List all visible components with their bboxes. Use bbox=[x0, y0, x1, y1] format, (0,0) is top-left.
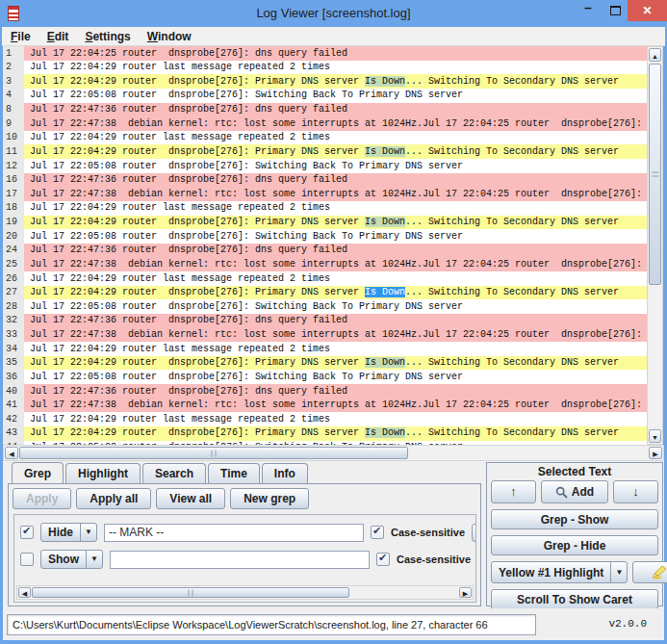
log-line[interactable]: 36Jul 17 22:05:08 router dnsprobe[276]: … bbox=[3, 370, 647, 384]
tab-info[interactable]: Info bbox=[262, 463, 308, 483]
find-next-button[interactable]: ↓ bbox=[613, 480, 658, 503]
log-text-segment: Jul 17 22:05:08 router dnsprobe[276]: Sw… bbox=[30, 90, 463, 100]
log-line-text: Jul 17 22:47:38 debian kernel: rtc: lost… bbox=[24, 116, 647, 131]
grep-pattern-input[interactable] bbox=[104, 524, 364, 542]
log-text-segment: ... Switching To Secondary DNS server bbox=[405, 76, 619, 87]
log-text-segment: Jul 17 22:04:29 router last message repe… bbox=[30, 202, 330, 213]
tab-strip: Grep Highlight Search Time Info bbox=[8, 463, 481, 483]
log-line[interactable]: 24Jul 17 22:47:36 router dnsprobe[276]: … bbox=[3, 244, 647, 258]
log-line[interactable]: 10Jul 17 22:04:29 router last message re… bbox=[3, 131, 647, 145]
log-line[interactable]: 19Jul 17 22:04:29 router dnsprobe[276]: … bbox=[3, 216, 647, 230]
case-sensitive-label: Case-sensitive bbox=[391, 527, 465, 538]
grep-show-button[interactable]: Grep - Show bbox=[491, 509, 658, 529]
grep-hide-button[interactable]: Grep - Hide bbox=[491, 535, 658, 555]
scroll-down-arrow-icon[interactable]: ▼ bbox=[649, 429, 661, 443]
log-lines[interactable]: 1Jul 17 22:04:25 router dnsprobe[276]: d… bbox=[3, 46, 647, 445]
log-line[interactable]: 25Jul 17 22:47:38 debian kernel: rtc: lo… bbox=[3, 257, 647, 271]
tab-time[interactable]: Time bbox=[208, 463, 260, 483]
log-line[interactable]: 40Jul 17 22:47:36 router dnsprobe[276]: … bbox=[3, 384, 647, 399]
log-line-text: Jul 17 22:47:38 debian kernel: rtc: lost… bbox=[24, 187, 647, 201]
grep-rule-row: Show ▼ Case-sensitive | ( bbox=[20, 550, 475, 569]
tab-grep[interactable]: Grep bbox=[12, 462, 64, 483]
apply-highlight-button[interactable] bbox=[632, 561, 667, 583]
log-line[interactable]: 27Jul 17 22:04:29 router dnsprobe[276]: … bbox=[3, 286, 647, 300]
search-match-highlight: Is Down bbox=[365, 357, 405, 368]
log-line[interactable]: 12Jul 17 22:05:08 router dnsprobe[276]: … bbox=[3, 159, 647, 173]
log-line[interactable]: 42Jul 17 22:04:29 router last message re… bbox=[3, 412, 647, 426]
menu-window[interactable]: Window bbox=[147, 30, 192, 43]
log-text-segment: Jul 17 22:47:38 debian kernel: rtc: lost… bbox=[30, 399, 642, 410]
tab-search[interactable]: Search bbox=[142, 463, 206, 483]
line-number: 20 bbox=[3, 229, 24, 244]
log-line[interactable]: 4Jul 17 22:05:08 router dnsprobe[276]: S… bbox=[3, 89, 647, 103]
selected-text-panel: Selected Text ↑ Add ↓ Grep - Show Grep -… bbox=[486, 462, 663, 606]
log-text-segment: Jul 17 22:47:38 debian kernel: rtc: lost… bbox=[30, 329, 642, 340]
scroll-left-arrow-icon[interactable]: ◀ bbox=[5, 447, 18, 459]
line-number: 25 bbox=[3, 257, 24, 271]
log-line[interactable]: 34Jul 17 22:04:29 router last message re… bbox=[3, 342, 647, 356]
highlight-color-dropdown[interactable]: Yellow #1 Highlight ▼ bbox=[491, 561, 628, 583]
log-line[interactable]: 43Jul 17 22:04:29 router dnsprobe[276]: … bbox=[3, 426, 647, 441]
log-line[interactable]: 18Jul 17 22:04:29 router last message re… bbox=[3, 201, 647, 216]
menu-settings[interactable]: Settings bbox=[85, 30, 130, 43]
case-sensitive-checkbox[interactable] bbox=[376, 553, 390, 566]
log-line[interactable]: 8Jul 17 22:47:36 router dnsprobe[276]: d… bbox=[3, 103, 647, 117]
grep-mode-dropdown[interactable]: Hide ▼ bbox=[40, 523, 97, 542]
log-vertical-scrollbar: ▲ ▼ bbox=[647, 46, 663, 445]
log-line[interactable]: 3Jul 17 22:04:29 router dnsprobe[276]: P… bbox=[3, 74, 647, 89]
log-text-segment: Jul 17 22:04:29 router dnsprobe[276]: Pr… bbox=[30, 357, 365, 368]
log-line[interactable]: 16Jul 17 22:47:36 router dnsprobe[276]: … bbox=[3, 173, 647, 188]
log-line[interactable]: 2Jul 17 22:04:29 router last message rep… bbox=[3, 61, 647, 75]
log-line-text: Jul 17 22:47:38 debian kernel: rtc: lost… bbox=[24, 399, 647, 413]
log-line[interactable]: 9Jul 17 22:47:38 debian kernel: rtc: los… bbox=[3, 116, 647, 131]
thumb-grip bbox=[189, 589, 193, 596]
scroll-up-arrow-icon[interactable]: ▲ bbox=[649, 48, 661, 62]
line-number: 26 bbox=[3, 271, 24, 286]
scroll-right-arrow-icon[interactable]: ▶ bbox=[459, 587, 472, 598]
grep-enabled-checkbox[interactable] bbox=[20, 526, 34, 539]
scroll-left-arrow-icon[interactable]: ◀ bbox=[18, 587, 31, 598]
close-button[interactable]: ✕ bbox=[628, 0, 667, 21]
log-line-text: Jul 17 22:04:29 router dnsprobe[276]: Pr… bbox=[24, 426, 647, 441]
log-line[interactable]: 17Jul 17 22:47:38 debian kernel: rtc: lo… bbox=[3, 187, 647, 201]
add-selected-button[interactable]: Add bbox=[541, 480, 608, 503]
log-line-text: Jul 17 22:47:36 router dnsprobe[276]: dn… bbox=[24, 244, 647, 258]
titlebar[interactable]: Log Viewer [screenshot.log] – ✕ bbox=[0, 0, 667, 27]
grep-extra-button[interactable]: | ( bbox=[472, 524, 476, 542]
grep-pattern-input[interactable] bbox=[110, 551, 370, 569]
log-line-text: Jul 17 22:05:08 router dnsprobe[276]: Sw… bbox=[24, 370, 647, 384]
selected-text-header: Selected Text bbox=[491, 465, 658, 480]
statusbar: C:\Users\Kurt\Documents\Eclipse Workspac… bbox=[3, 608, 664, 640]
tab-highlight[interactable]: Highlight bbox=[65, 463, 141, 483]
grep-mode-dropdown[interactable]: Show ▼ bbox=[40, 550, 103, 569]
apply-all-button[interactable]: Apply all bbox=[76, 488, 151, 509]
log-line[interactable]: 33Jul 17 22:47:38 debian kernel: rtc: lo… bbox=[3, 328, 647, 343]
case-sensitive-checkbox[interactable] bbox=[371, 526, 384, 539]
horizontal-scroll-thumb[interactable] bbox=[32, 587, 349, 598]
grep-mode-value: Show bbox=[41, 551, 86, 568]
log-line[interactable]: 41Jul 17 22:47:38 debian kernel: rtc: lo… bbox=[3, 399, 647, 413]
maximize-icon bbox=[610, 6, 621, 15]
log-line[interactable]: 32Jul 17 22:47:36 router dnsprobe[276]: … bbox=[3, 314, 647, 328]
log-line[interactable]: 1Jul 17 22:04:25 router dnsprobe[276]: d… bbox=[3, 46, 647, 61]
log-line[interactable]: 20Jul 17 22:05:08 router dnsprobe[276]: … bbox=[3, 229, 647, 244]
maximize-button[interactable] bbox=[605, 0, 625, 21]
view-all-button[interactable]: View all bbox=[156, 488, 225, 509]
line-number: 1 bbox=[3, 46, 24, 61]
apply-button[interactable]: Apply bbox=[13, 488, 71, 509]
menu-edit[interactable]: Edit bbox=[47, 30, 69, 43]
horizontal-scroll-thumb[interactable] bbox=[19, 447, 408, 459]
log-line[interactable]: 35Jul 17 22:04:29 router dnsprobe[276]: … bbox=[3, 356, 647, 371]
menu-file[interactable]: File bbox=[11, 30, 31, 43]
vertical-scroll-thumb[interactable] bbox=[649, 64, 661, 285]
grep-enabled-checkbox[interactable] bbox=[20, 553, 34, 566]
log-line[interactable]: 26Jul 17 22:04:29 router last message re… bbox=[3, 271, 647, 286]
minimize-button[interactable]: – bbox=[578, 0, 598, 21]
log-line[interactable]: 11Jul 17 22:04:29 router dnsprobe[276]: … bbox=[3, 144, 647, 159]
scroll-to-caret-button[interactable]: Scroll To Show Caret bbox=[491, 589, 658, 609]
find-previous-button[interactable]: ↑ bbox=[491, 480, 536, 503]
line-number: 27 bbox=[3, 286, 24, 300]
scroll-right-arrow-icon[interactable]: ▶ bbox=[649, 447, 662, 459]
log-line[interactable]: 28Jul 17 22:05:08 router dnsprobe[276]: … bbox=[3, 299, 647, 314]
new-grep-button[interactable]: New grep bbox=[230, 488, 309, 509]
